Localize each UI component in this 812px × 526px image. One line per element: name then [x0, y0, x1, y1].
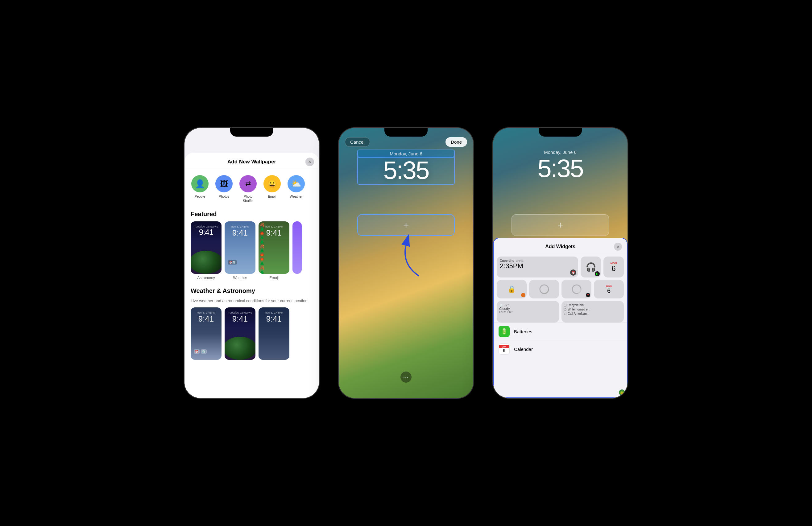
circle-widget-2[interactable]: ❤ — [562, 280, 591, 299]
circle-widget-1[interactable] — [529, 280, 559, 299]
astronomy-label: Astronomy — [197, 276, 215, 280]
emoji-featured-label: Emoji — [269, 276, 279, 280]
phone3-widget-area[interactable]: + — [511, 214, 609, 236]
widgets-row3: ☁️ 77° Cloudy H:77° L:60° 🐸 Recycle bin — [494, 299, 627, 322]
weather-featured-label: Weather — [233, 276, 247, 280]
dots-icon: ··· — [403, 374, 409, 380]
airpods-widget[interactable]: 🎧 ▶ — [581, 257, 601, 277]
activity-ring — [539, 284, 550, 295]
widget-time-display: 2:35PM — [500, 262, 524, 270]
close-icon: ✕ — [308, 160, 311, 164]
power-button-2 — [473, 193, 474, 221]
panel-close-icon: ✕ — [617, 244, 620, 249]
photos-option[interactable]: 🖼 Photos — [215, 175, 233, 203]
panel-close-button[interactable]: ✕ — [614, 243, 622, 251]
weather-option[interactable]: ⛅ Weather — [287, 175, 305, 203]
phone1-content: Add New Wallpaper ✕ 👤 People 🖼 Photos ⇄ … — [185, 153, 319, 398]
astronomy-item[interactable]: Tuesday, January 9 9:41 Astronomy — [191, 221, 221, 280]
modal-close-button[interactable]: ✕ — [305, 157, 314, 166]
photo-shuffle-option[interactable]: ⇄ PhotoShuffle — [239, 175, 257, 203]
phone-2: Cancel Done Monday, June 6 5:35 + ··· — [338, 127, 474, 399]
lock-badge — [521, 293, 525, 297]
calendar-widget-small-2[interactable]: MON 6 — [594, 280, 624, 299]
weather-item[interactable]: Mon 6, 9:41PM 9:41 ⏰🔄 Weather — [224, 221, 256, 280]
lock-screen-time: 5:35 — [357, 156, 455, 185]
activity-badge: ❤ — [586, 293, 590, 297]
weather-astronomy-title: Weather & Astronomy — [185, 282, 319, 298]
calendar-widget-small[interactable]: MON 6 — [604, 257, 624, 277]
photos-label: Photos — [219, 194, 229, 198]
weather-icon-opt: ⛅ — [288, 175, 305, 192]
phone2-screen: Cancel Done Monday, June 6 5:35 + ··· — [339, 128, 473, 398]
weather-hi-lo: H:77° L:60° — [499, 311, 556, 314]
reminder-1: Recycle bin — [568, 303, 584, 307]
photo-shuffle-label: PhotoShuffle — [243, 194, 253, 203]
done-button[interactable]: Done — [446, 137, 467, 147]
power-button — [319, 193, 320, 221]
phone3-screen: Monday, June 6 5:35 + Add Widgets ✕ Cupe… — [493, 128, 627, 398]
modal-title: Add New Wallpaper — [227, 159, 276, 165]
phone2-top-bar: Cancel Done — [339, 137, 473, 147]
weather-astro-1[interactable]: Mon 6, 9:41PM 9:41 ⏰ 🔄 — [191, 307, 221, 360]
partial-item — [292, 221, 302, 280]
widget-clock-badge: ⏰ — [570, 269, 576, 276]
cal-num-label: 6 — [611, 265, 615, 272]
weather-temp: 77° — [504, 303, 509, 307]
phone-1: Add New Wallpaper ✕ 👤 People 🖼 Photos ⇄ … — [184, 127, 320, 399]
calendar-app-item[interactable]: JUN 6 Calendar — [494, 340, 627, 358]
partial-preview — [292, 221, 302, 274]
panel-header: Add Widgets ✕ — [494, 238, 627, 254]
featured-title: Featured — [185, 208, 319, 221]
cancel-button[interactable]: Cancel — [345, 137, 370, 147]
calendar-icon: JUN 6 — [498, 344, 510, 355]
three-dots-button[interactable]: ··· — [401, 372, 411, 382]
airpods-icon: 🎧 — [585, 262, 596, 272]
globe — [191, 251, 221, 274]
weather-widget-large[interactable]: Cupertino -3HRS 2:35PM ⏰ — [497, 257, 578, 277]
batteries-icon: 🔋 — [498, 326, 510, 337]
featured-grid: Tuesday, January 9 9:41 Astronomy Mon 6,… — [185, 221, 319, 282]
emoji-icon: 😀 — [263, 175, 281, 192]
emoji-label: Emoji — [268, 194, 276, 198]
activity-ring-2 — [571, 284, 582, 295]
notch-3 — [539, 128, 582, 137]
notch — [230, 128, 273, 137]
people-label: People — [195, 194, 205, 198]
weather-astro-preview-2: Tuesday, January 9 9:41 — [224, 307, 256, 360]
plus-icon-3: + — [557, 220, 563, 231]
people-icon: 👤 — [191, 175, 208, 192]
reminders-widget[interactable]: Recycle bin Write nomad e... Call Americ… — [562, 301, 624, 322]
astro-time: 9:41 — [199, 228, 214, 236]
emoji-item[interactable]: Mon 6, 9:41PM 9:41 🍂🌲🍁🌲🌲🍂🌲🍁🍁🌲🍂🌲🌲🍁🌲🍂 Emoj… — [259, 221, 289, 280]
weather-label: Weather — [290, 194, 302, 198]
weather-widget-sm[interactable]: ☁️ 77° Cloudy H:77° L:60° 🐸 — [497, 301, 559, 322]
widgets-row1: Cupertino -3HRS 2:35PM ⏰ 🎧 ▶ MON — [494, 254, 627, 277]
people-option[interactable]: 👤 People — [191, 175, 209, 203]
wallpaper-options: 👤 People 🖼 Photos ⇄ PhotoShuffle 😀 Emoji… — [185, 170, 319, 208]
airpods-badge: ▶ — [595, 271, 600, 276]
plus-icon: + — [403, 220, 409, 231]
weather-astro-preview-1: Mon 6, 9:41PM 9:41 ⏰ 🔄 — [191, 307, 221, 360]
modal-header: Add New Wallpaper ✕ — [185, 153, 319, 170]
lock-widget[interactable]: 🔒 — [497, 280, 527, 299]
batteries-app-item[interactable]: 🔋 Batteries — [494, 322, 627, 340]
reminder-2: Write nomad e... — [568, 308, 590, 311]
notch-2 — [385, 128, 427, 137]
weather-astro-preview-3: Mon 6, 9:48PM 9:41 — [259, 307, 289, 360]
emoji-preview: Mon 6, 9:41PM 9:41 🍂🌲🍁🌲🌲🍂🌲🍁🍁🌲🍂🌲🌲🍁🌲🍂 — [259, 221, 289, 274]
photo-shuffle-icon: ⇄ — [240, 175, 257, 192]
weather-astro-2[interactable]: Tuesday, January 9 9:41 — [224, 307, 256, 360]
weather-astro-3[interactable]: Mon 6, 9:48PM 9:41 — [259, 307, 289, 360]
arrow-indicator — [382, 233, 437, 282]
weather-grid: Mon 6, 9:41PM 9:41 ⏰ 🔄 Tuesday, January … — [185, 307, 319, 360]
emoji-option[interactable]: 😀 Emoji — [263, 175, 281, 203]
photos-icon: 🖼 — [215, 175, 233, 192]
calendar-app-name: Calendar — [514, 347, 533, 352]
reminder-3: Call American... — [568, 312, 589, 315]
phone3-time: 5:35 — [493, 156, 627, 181]
weather-preview: Mon 6, 9:41PM 9:41 ⏰🔄 — [224, 221, 256, 274]
power-button-3 — [627, 193, 628, 221]
panel-title: Add Widgets — [507, 244, 614, 250]
widgets-row2: 🔒 ❤ — [494, 277, 627, 299]
phone-3: Monday, June 6 5:35 + Add Widgets ✕ Cupe… — [492, 127, 628, 399]
